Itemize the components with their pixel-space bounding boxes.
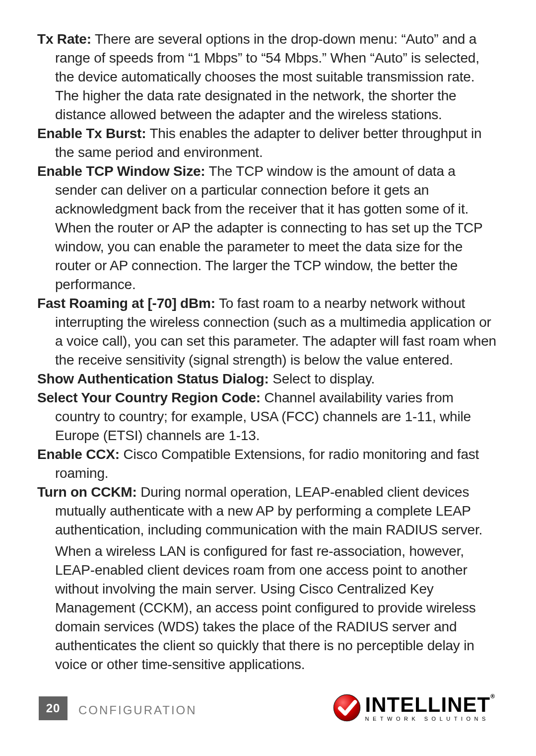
term-label: Turn on CCKM: [37,484,137,500]
term-label: Tx Rate: [37,31,91,47]
definition-item: Select Your Country Region Code: Channel… [37,388,499,445]
brand-logo: INTELLINET® NETWORK SOLUTIONS [333,693,496,722]
definition-item: Show Authentication Status Dialog: Selec… [37,370,499,388]
term-label: Fast Roaming at [-70] dBm: [37,296,215,311]
brand-tagline: NETWORK SOLUTIONS [365,716,496,722]
definition-item: Enable TCP Window Size: The TCP window i… [37,162,499,294]
page-content: Tx Rate: There are several options in th… [37,30,499,674]
definition-item: Enable CCX: Cisco Compatible Extensions,… [37,445,499,483]
definition-item: Enable Tx Burst: This enables the adapte… [37,124,499,162]
term-label: Enable CCX: [37,447,120,462]
section-label: CONFIGURATION [78,703,197,717]
definition-item: Fast Roaming at [-70] dBm: To fast roam … [37,294,499,370]
term-label: Select Your Country Region Code: [37,390,261,405]
page-footer: 20 CONFIGURATION INTELLINET® NETWORK SOL… [39,690,495,720]
checkmark-circle-icon [333,693,361,722]
term-text: Select to display. [272,371,375,386]
term-text: The TCP window is the amount of data a s… [55,163,482,292]
term-label: Show Authentication Status Dialog: [37,371,269,386]
term-label: Enable Tx Burst: [37,126,146,141]
definition-item: Turn on CCKM: During normal operation, L… [37,483,499,674]
page-number: 20 [39,696,67,720]
term-label: Enable TCP Window Size: [37,163,205,179]
definition-item: Tx Rate: There are several options in th… [37,30,499,124]
brand-name: INTELLINET® [365,694,496,715]
page-number-value: 20 [46,701,61,715]
term-text: There are several options in the drop-do… [55,31,479,122]
term-text-continued: When a wireless LAN is configured for fa… [37,542,499,674]
svg-point-0 [334,694,360,721]
